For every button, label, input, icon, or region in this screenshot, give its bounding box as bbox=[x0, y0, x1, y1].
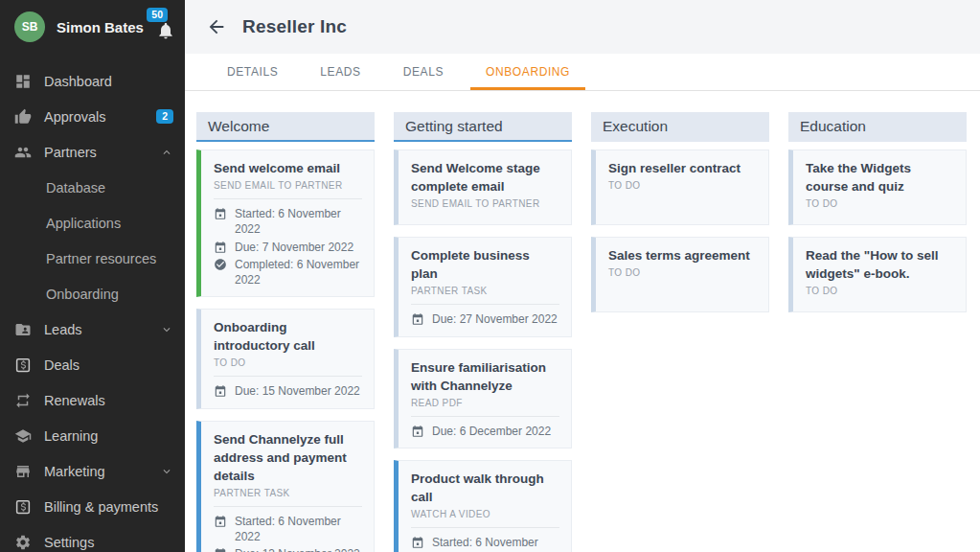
calendar-icon bbox=[214, 241, 227, 254]
task-title: Send welcome email bbox=[214, 159, 362, 177]
column-header: Getting started bbox=[394, 112, 572, 142]
sidebar-item-label: Billing & payments bbox=[44, 499, 158, 515]
task-card[interactable]: Complete business planPARTNER TASKDue: 2… bbox=[394, 237, 572, 337]
calendar-icon bbox=[214, 384, 227, 398]
column-cards: Take the Widgets course and quizTO DORea… bbox=[788, 150, 967, 312]
task-card[interactable]: Ensure familiarisation with ChannelyzeRE… bbox=[394, 349, 572, 449]
sidebar-item-leads[interactable]: Leads bbox=[0, 311, 185, 347]
task-date-text: Started: 6 November 2022 bbox=[235, 206, 362, 237]
chevron-down-icon bbox=[160, 465, 173, 478]
task-date-text: Started: 6 November 2022 bbox=[235, 514, 362, 544]
column-header: Execution bbox=[591, 112, 769, 142]
task-title: Onboarding introductory call bbox=[214, 318, 362, 355]
sidebar-item-approvals[interactable]: Approvals2 bbox=[0, 99, 185, 134]
user-profile[interactable]: SB Simon Bates 50 bbox=[0, 0, 185, 54]
sidebar-item-label: Onboarding bbox=[46, 287, 119, 302]
calendar-icon bbox=[411, 536, 424, 549]
task-card[interactable]: Sales terms agreementTO DO bbox=[591, 237, 769, 312]
sidebar-item-renewals[interactable]: Renewals bbox=[0, 382, 185, 418]
sidebar-item-label: Database bbox=[46, 180, 105, 196]
task-card[interactable]: Send Channelyze full address and payment… bbox=[196, 421, 375, 552]
sidebar-item-partner-resources[interactable]: Partner resources bbox=[0, 241, 185, 276]
sidebar-item-partners[interactable]: Partners bbox=[0, 134, 185, 170]
task-date-text: Due: 13 November 2022 bbox=[235, 546, 360, 552]
sidebar-item-settings[interactable]: Settings bbox=[0, 524, 185, 552]
task-card[interactable]: Send Welcome stage complete emailSEND EM… bbox=[394, 150, 572, 225]
column-header: Education bbox=[788, 112, 967, 142]
tab-onboarding[interactable]: ONBOARDING bbox=[465, 54, 591, 90]
task-date-row: Due: 7 November 2022 bbox=[214, 240, 362, 255]
task-card[interactable]: Onboarding introductory callTO DODue: 15… bbox=[196, 309, 375, 409]
count-badge: 2 bbox=[156, 109, 173, 125]
app-root: SB Simon Bates 50 DashboardApprovals2Par… bbox=[0, 0, 980, 552]
notifications-button[interactable]: 50 bbox=[150, 12, 175, 40]
main-content: Reseller Inc DETAILSLEADSDEALSONBOARDING… bbox=[185, 0, 980, 552]
onboarding-board: WelcomeSend welcome emailSEND EMAIL TO P… bbox=[185, 91, 980, 552]
tab-details[interactable]: DETAILS bbox=[206, 54, 299, 90]
tab-leads[interactable]: LEADS bbox=[299, 54, 381, 90]
dashboard-icon bbox=[14, 73, 32, 90]
card-divider bbox=[214, 376, 362, 377]
sidebar-item-billing-payments[interactable]: Billing & payments bbox=[0, 489, 185, 524]
task-type-label: TO DO bbox=[214, 357, 362, 368]
chevron-up-icon bbox=[160, 146, 173, 159]
card-divider bbox=[411, 304, 559, 305]
task-card[interactable]: Send welcome emailSEND EMAIL TO PARTNERS… bbox=[196, 150, 375, 297]
partners-icon bbox=[14, 144, 32, 161]
sidebar-item-marketing[interactable]: Marketing bbox=[0, 453, 185, 489]
task-date-row: Started: 6 November 2022 bbox=[411, 535, 559, 552]
task-card[interactable]: Take the Widgets course and quizTO DO bbox=[788, 150, 967, 225]
task-date-row: Due: 27 November 2022 bbox=[411, 311, 559, 327]
task-title: Product walk through call bbox=[411, 470, 559, 506]
task-date-row: Due: 6 December 2022 bbox=[411, 424, 559, 439]
task-title: Ensure familiarisation with Channelyze bbox=[411, 358, 559, 395]
sidebar-item-learning[interactable]: Learning bbox=[0, 418, 185, 453]
sidebar: SB Simon Bates 50 DashboardApprovals2Par… bbox=[0, 0, 185, 552]
sidebar-item-label: Approvals bbox=[44, 109, 105, 125]
task-type-label: TO DO bbox=[608, 267, 757, 278]
tab-deals[interactable]: DEALS bbox=[382, 54, 465, 90]
task-date-text: Due: 6 December 2022 bbox=[432, 424, 551, 439]
task-type-label: SEND EMAIL TO PARTNER bbox=[411, 198, 559, 209]
back-button[interactable] bbox=[206, 16, 227, 37]
task-type-label: PARTNER TASK bbox=[214, 488, 362, 498]
sidebar-item-database[interactable]: Database bbox=[0, 170, 185, 205]
task-card[interactable]: Product walk through callWATCH A VIDEOSt… bbox=[394, 460, 572, 552]
task-title: Sales terms agreement bbox=[608, 246, 757, 264]
calendar-icon bbox=[411, 312, 424, 326]
task-card[interactable]: Read the "How to sell widgets" e-book.TO… bbox=[788, 237, 967, 312]
page-title: Reseller Inc bbox=[242, 16, 347, 37]
task-title: Complete business plan bbox=[411, 246, 559, 283]
sidebar-item-dashboard[interactable]: Dashboard bbox=[0, 63, 185, 99]
sidebar-item-label: Marketing bbox=[44, 464, 105, 479]
board-column-education: EducationTake the Widgets course and qui… bbox=[788, 112, 967, 552]
board-column-welcome: WelcomeSend welcome emailSEND EMAIL TO P… bbox=[196, 112, 375, 552]
task-date-text: Due: 15 November 2022 bbox=[235, 383, 360, 399]
sidebar-item-label: Learning bbox=[44, 428, 98, 444]
renewals-icon bbox=[14, 392, 32, 409]
task-type-label: TO DO bbox=[806, 198, 954, 209]
page-header: Reseller Inc bbox=[185, 0, 980, 54]
task-date-text: Started: 6 November 2022 bbox=[432, 535, 559, 552]
task-type-label: WATCH A VIDEO bbox=[411, 509, 559, 519]
card-divider bbox=[411, 416, 559, 417]
chevron-down-icon bbox=[160, 323, 173, 336]
sidebar-item-applications[interactable]: Applications bbox=[0, 205, 185, 241]
task-type-label: SEND EMAIL TO PARTNER bbox=[214, 180, 362, 191]
task-card[interactable]: Sign reseller contractTO DO bbox=[591, 150, 769, 225]
board-column-execution: ExecutionSign reseller contractTO DOSale… bbox=[591, 112, 769, 552]
column-cards: Send welcome emailSEND EMAIL TO PARTNERS… bbox=[196, 150, 375, 552]
card-divider bbox=[214, 506, 362, 507]
task-date-text: Completed: 6 November 2022 bbox=[235, 257, 362, 288]
sidebar-item-deals[interactable]: Deals bbox=[0, 347, 185, 382]
task-title: Send Channelyze full address and payment… bbox=[214, 430, 362, 485]
sidebar-item-label: Deals bbox=[44, 357, 80, 373]
sidebar-item-onboarding[interactable]: Onboarding bbox=[0, 276, 185, 311]
tab-bar: DETAILSLEADSDEALSONBOARDING bbox=[185, 54, 980, 91]
column-cards: Send Welcome stage complete emailSEND EM… bbox=[394, 150, 572, 552]
task-title: Sign reseller contract bbox=[608, 159, 757, 177]
task-date-row: Started: 6 November 2022 bbox=[214, 206, 362, 237]
sidebar-nav: DashboardApprovals2PartnersDatabaseAppli… bbox=[0, 63, 185, 552]
sidebar-item-label: Leads bbox=[44, 322, 82, 337]
task-date-text: Due: 27 November 2022 bbox=[432, 311, 558, 327]
